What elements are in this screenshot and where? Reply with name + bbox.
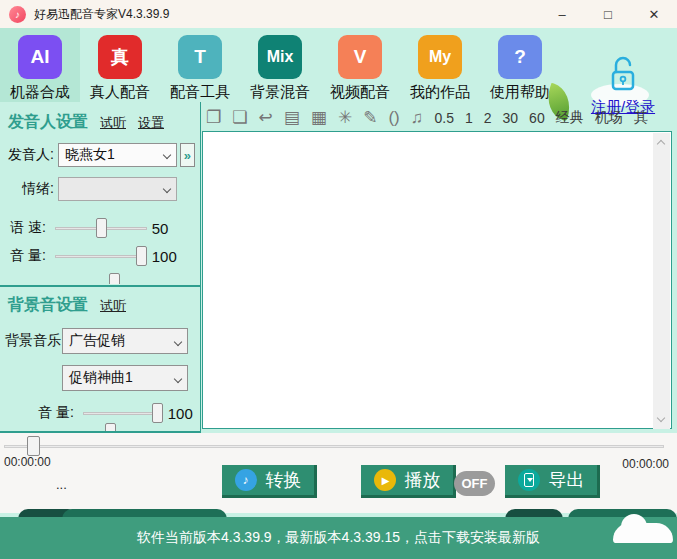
voice-settings-link[interactable]: 设置 [138,114,164,132]
slider-thumb[interactable] [109,273,120,284]
voice-volume-value: 100 [152,248,177,265]
play-icon: ▶ [374,469,396,491]
bgm-panel-header: 背景音设置 试听 [8,295,126,316]
voice-volume-slider[interactable] [55,246,147,266]
paste-icon[interactable]: ❏ [232,109,247,126]
nav-item-my-works[interactable]: My 我的作品 [400,28,480,102]
nav-label: 配音工具 [170,83,230,102]
nav-item-machine-synthesis[interactable]: AI 机器合成 [0,28,80,102]
elapsed-time: 00:00:00 [4,455,51,469]
category-other-button[interactable]: 其 [634,109,648,127]
app-window: ♪ 好易迅配音专家V4.3.39.9 – □ ✕ AI 机器合成 真 真人配音 … [0,0,677,559]
speaker-label: 发音人: [8,146,54,164]
progress-track [4,445,664,448]
emotion-label: 情绪: [22,180,54,198]
burst-icon[interactable]: ✳ [338,109,352,126]
pause-60s-button[interactable]: 60 [529,110,545,126]
pause-30s-button[interactable]: 30 [503,110,519,126]
slider-thumb[interactable] [152,403,163,423]
update-banner: 软件当前版本4.3.39.9，最新版本4.3.39.15，点击下载安装最新版 [0,509,677,559]
script-text-area[interactable] [202,131,672,429]
category-classic-button[interactable]: 经典 [556,109,584,127]
slider-thumb[interactable] [105,423,116,431]
clipped-slider[interactable] [68,273,160,284]
nav-label: 视频配音 [330,83,390,102]
titlebar: ♪ 好易迅配音专家V4.3.39.9 – □ ✕ [0,0,677,28]
parentheses-icon[interactable]: () [388,109,399,126]
bgm-category-select[interactable]: 广告促销 [62,328,188,354]
bgm-preview-link[interactable]: 试听 [100,297,126,315]
export-button[interactable]: 导出 [505,465,600,498]
speed-label: 语 速: [10,219,46,237]
import-icon[interactable]: ↩ [259,109,273,126]
bgm-volume-label: 音 量: [38,404,74,422]
scrollbar[interactable] [653,133,670,429]
music-notes-icon[interactable]: ♫ [411,109,424,126]
nav-item-background-mix[interactable]: Mix 背景混音 [240,28,320,102]
playback-progress-slider[interactable] [4,436,664,456]
ai-icon: AI [18,35,62,79]
tools-icon: T [178,35,222,79]
slider-thumb[interactable] [136,246,147,266]
more-speakers-button[interactable]: » [180,143,195,167]
nav-item-video-dubbing[interactable]: V 视频配音 [320,28,400,102]
nav-item-dubbing-tools[interactable]: T 配音工具 [160,28,240,102]
voice-panel-header: 发音人设置 试听 设置 [8,112,164,133]
editor-toolbar: ❐ ❏ ↩ ▤ ▦ ✳ ✎ () ♫ 0.5 1 2 30 60 经典 机场 其 [206,104,677,131]
close-button[interactable]: ✕ [631,0,677,28]
emotion-select[interactable] [58,177,177,201]
speaker-value: 晓燕女1 [65,146,115,164]
update-banner-bar[interactable]: 软件当前版本4.3.39.9，最新版本4.3.39.15，点击下载安装最新版 [0,517,677,559]
voice-panel-title: 发音人设置 [8,112,88,133]
play-button[interactable]: ▶ 播放 [361,465,456,498]
speed-slider[interactable] [55,218,147,238]
voice-volume-row: 音 量: 100 [10,246,177,266]
help-icon: ? [498,35,542,79]
slider-thumb[interactable] [96,218,107,238]
voice-preview-link[interactable]: 试听 [100,114,126,132]
chevron-down-icon [163,151,171,159]
speed-value: 50 [152,220,169,237]
document-icon[interactable]: ▤ [284,109,300,126]
nav-label: 背景混音 [250,83,310,102]
status-ellipsis: ... [56,477,67,492]
progress-thumb[interactable] [27,436,40,456]
my-works-icon: My [418,35,462,79]
chevron-down-icon [163,185,171,193]
convert-button[interactable]: ♪ 转换 [222,465,317,498]
brush-icon[interactable]: ✎ [363,109,377,126]
off-toggle[interactable]: OFF [454,471,495,496]
export-label: 导出 [549,468,585,492]
chevron-down-icon [174,375,182,383]
maximize-button[interactable]: □ [585,0,631,28]
nav-item-human-dubbing[interactable]: 真 真人配音 [80,28,160,102]
voice-volume-label: 音 量: [10,247,46,265]
panel-divider [0,285,200,287]
category-airport-button[interactable]: 机场 [595,109,623,127]
window-controls: – □ ✕ [539,0,677,28]
pause-0.5s-button[interactable]: 0.5 [434,110,453,126]
convert-label: 转换 [266,468,302,492]
save-icon[interactable]: ▦ [311,109,327,126]
clipped-slider[interactable] [55,423,165,431]
speaker-select[interactable]: 晓燕女1 [58,143,177,167]
copy-icon[interactable]: ❐ [206,109,221,126]
scroll-up-icon[interactable] [657,140,665,148]
nav-label: 真人配音 [90,83,150,102]
scroll-down-icon[interactable] [657,414,665,422]
pause-2s-button[interactable]: 2 [484,110,492,126]
speaker-row: 发音人: 晓燕女1 » [8,143,195,167]
bgm-volume-value: 100 [168,405,193,422]
export-phone-icon [518,469,540,491]
transport-bar: 00:00:00 00:00:00 ... ♪ 转换 ▶ 播放 OFF 导出 [0,433,677,513]
bgm-track-value: 促销神曲1 [69,369,133,387]
pause-1s-button[interactable]: 1 [465,110,473,126]
bgm-track-select[interactable]: 促销神曲1 [62,365,188,391]
bgm-volume-slider[interactable] [83,403,163,423]
nav-label: 机器合成 [10,83,70,102]
bgm-category-value: 广告促销 [69,332,125,350]
minimize-button[interactable]: – [539,0,585,28]
mix-icon: Mix [258,35,302,79]
nav-label: 使用帮助 [490,83,550,102]
slider-track [55,255,147,258]
